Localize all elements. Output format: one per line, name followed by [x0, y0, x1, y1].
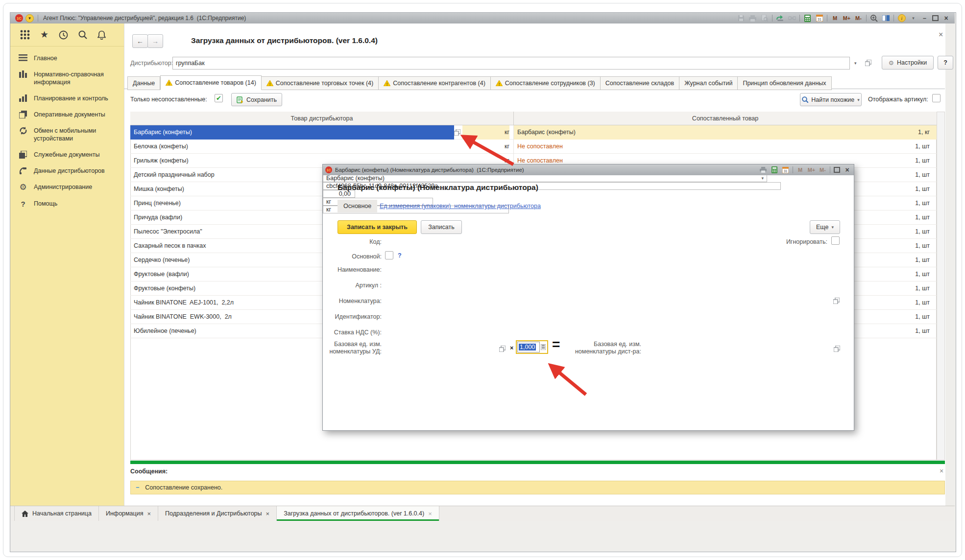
- base-unit-dist-open-icon[interactable]: [833, 345, 841, 353]
- dialog-close-button[interactable]: ×: [844, 166, 851, 173]
- distributor-dropdown-icon[interactable]: ▾: [854, 61, 857, 66]
- tab-warehouse-matching[interactable]: Сопоставление складов: [601, 76, 679, 90]
- close-tab-icon[interactable]: ×: [147, 510, 151, 517]
- close-window-button[interactable]: ×: [942, 15, 950, 22]
- help-button[interactable]: ?: [938, 56, 953, 70]
- cell-distributor-product: Белочка (конфеты): [130, 140, 454, 154]
- split-view-icon[interactable]: [882, 14, 890, 22]
- open-item-icon[interactable]: [452, 125, 462, 140]
- settings-button[interactable]: ⚙ Настройки: [882, 56, 934, 70]
- calculator-icon[interactable]: [803, 14, 812, 22]
- search-icon[interactable]: [78, 30, 87, 39]
- favorites-star-icon[interactable]: ★: [40, 30, 48, 40]
- sidebar-item-reference-info[interactable]: Нормативно-справочная информация: [17, 69, 120, 88]
- sidebar-item-mobile-exchange[interactable]: Обмен с мобильными устройствами: [17, 125, 120, 144]
- tab-counterparty-matching[interactable]: ! Сопоставление контрагентов (4): [379, 76, 491, 90]
- message-dash-icon: −: [136, 484, 139, 491]
- units-of-measure-link[interactable]: Ед.измерения (упаковки) номенклатуры дис…: [380, 203, 541, 210]
- message-bar[interactable]: − Сопоставление сохранено.: [130, 481, 945, 494]
- sections-grid-icon[interactable]: [20, 30, 30, 40]
- cell-unit: кг: [462, 125, 509, 140]
- nomenclature-field[interactable]: Барбарис (конфеты)▾: [323, 174, 767, 182]
- sidebar-item-service-documents[interactable]: Служебные документы: [17, 149, 120, 161]
- sidebar-item-help[interactable]: ? Помощь: [17, 198, 120, 210]
- memory-m-plus-button: M+: [807, 166, 816, 174]
- dialog-title: Барбарис (конфеты) (Номенклатура дистриб…: [335, 167, 524, 173]
- print-icon[interactable]: [748, 14, 757, 22]
- print-icon[interactable]: [759, 166, 767, 174]
- only-unmatched-checkbox[interactable]: ✔: [215, 94, 223, 102]
- bottom-tab-distributor-data-load[interactable]: Загрузка данных от дистрибьюторов. (ver …: [277, 506, 439, 521]
- multiply-sign: ×: [510, 345, 513, 351]
- table-scrollbar[interactable]: [937, 112, 945, 460]
- sidebar-item-operational-documents[interactable]: Оперативные документы: [17, 109, 120, 120]
- get-link-icon[interactable]: [788, 14, 796, 22]
- dropdown-icon[interactable]: ▾: [761, 176, 764, 181]
- bar-chart-icon: [17, 94, 29, 102]
- calculator-picker-icon[interactable]: [540, 343, 547, 351]
- sidebar-item-administration[interactable]: ⚙ Администрирование: [17, 181, 120, 193]
- warning-icon: !: [266, 80, 273, 86]
- dialog-maximize-button[interactable]: [833, 166, 841, 173]
- bottom-tab-subdivisions-distributors[interactable]: Подразделения и Дистрибьюторы×: [158, 506, 277, 521]
- dialog-tab-main[interactable]: Основное: [338, 200, 377, 212]
- info-icon[interactable]: i: [897, 14, 906, 22]
- messages-close-icon[interactable]: ×: [940, 467, 943, 475]
- tab-data[interactable]: Данные: [127, 76, 160, 90]
- tab-event-log[interactable]: Журнал событий: [679, 76, 738, 90]
- distributor-open-icon[interactable]: [864, 59, 872, 67]
- sidebar-item-main[interactable]: Главное: [17, 52, 120, 64]
- coefficient-field[interactable]: 1,000: [517, 342, 540, 352]
- find-similar-button[interactable]: Найти похожие ▾: [800, 93, 862, 106]
- tab-update-principle[interactable]: Принцип обновления данных: [738, 76, 831, 90]
- sidebar-item-planning-control[interactable]: Планирование и контроль: [17, 93, 120, 104]
- memory-m-minus-button[interactable]: M-: [854, 14, 863, 22]
- calendar-icon[interactable]: 31: [781, 166, 790, 174]
- distributor-field[interactable]: группаБак: [172, 57, 850, 70]
- notifications-bell-icon[interactable]: [97, 30, 106, 40]
- more-button[interactable]: Еще▾: [810, 220, 840, 234]
- tab-product-matching[interactable]: ! Сопоставление товаров (14): [160, 75, 262, 90]
- tab-employee-matching[interactable]: ! Сопоставление сотрудников (3): [491, 76, 601, 90]
- show-article-checkbox[interactable]: [932, 94, 941, 102]
- table-row[interactable]: Барбарис (конфеты) кг Барбарис (конфеты)…: [130, 125, 937, 140]
- ignore-checkbox[interactable]: [831, 236, 840, 245]
- close-tab-icon[interactable]: ×: [266, 510, 270, 517]
- go-to-link-icon[interactable]: [776, 14, 784, 22]
- save-icon[interactable]: [737, 14, 745, 22]
- calculator-icon[interactable]: [770, 166, 778, 174]
- table-row[interactable]: Белочка (конфеты) кг Не сопоставлен 1, ш…: [130, 140, 937, 154]
- main-menu-caret-icon[interactable]: ▼: [25, 14, 34, 23]
- memory-m-plus-button[interactable]: M+: [843, 14, 851, 22]
- sidebar-item-distributor-data[interactable]: Данные дистрибьюторов: [17, 165, 120, 177]
- main-unit-checkbox[interactable]: [385, 251, 393, 259]
- print-preview-icon[interactable]: [760, 14, 769, 22]
- base-unit-ud-open-icon[interactable]: [498, 345, 507, 353]
- back-button[interactable]: ←: [132, 34, 148, 48]
- sidebar-item-label: Данные дистрибьюторов: [34, 167, 105, 175]
- bottom-tab-information[interactable]: Информация×: [99, 506, 158, 521]
- menu-lines-icon: [17, 54, 29, 61]
- chevron-down-icon[interactable]: ▾: [909, 14, 917, 22]
- maximize-button[interactable]: [932, 15, 939, 22]
- calendar-icon[interactable]: 31: [815, 14, 823, 22]
- save-matching-button[interactable]: Сохранить: [231, 93, 282, 106]
- warning-icon: !: [384, 80, 390, 86]
- forward-button[interactable]: →: [147, 34, 163, 48]
- minimize-button[interactable]: –: [921, 15, 928, 22]
- documents-icon: [17, 111, 29, 118]
- memory-m-button[interactable]: M: [831, 14, 839, 22]
- bottom-tab-home[interactable]: Начальная страница: [14, 506, 99, 521]
- columns-icon: [17, 70, 29, 78]
- history-clock-icon[interactable]: [59, 30, 68, 40]
- 1c-logo-icon: 1С: [15, 14, 23, 22]
- save-button[interactable]: Записать: [421, 220, 462, 234]
- save-and-close-button[interactable]: Записать и закрыть: [338, 220, 417, 234]
- main-unit-help-icon[interactable]: ?: [398, 252, 402, 259]
- close-form-icon[interactable]: ×: [939, 30, 943, 39]
- tab-outlet-matching[interactable]: ! Сопоставление торговых точек (4): [262, 76, 379, 90]
- zoom-icon[interactable]: [870, 14, 878, 22]
- close-tab-icon[interactable]: ×: [428, 510, 432, 517]
- sidebar-item-label: Нормативно-справочная информация: [34, 70, 120, 86]
- nomenclature-open-icon[interactable]: [832, 297, 841, 305]
